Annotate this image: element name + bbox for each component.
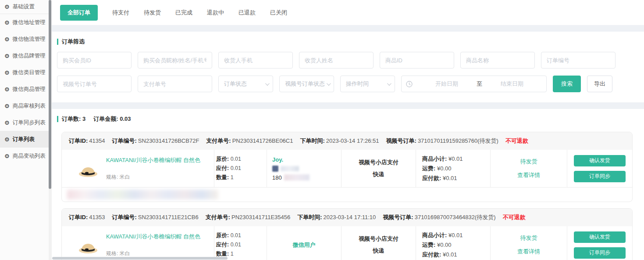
confirm-ship-button[interactable]: 确认发货	[574, 155, 626, 166]
filter-input[interactable]	[138, 52, 212, 69]
redacted-text	[281, 166, 299, 171]
order-sync-button[interactable]: 订单同步	[574, 247, 626, 259]
amount-payable-value: ¥0.01	[443, 175, 457, 181]
sidebar-item[interactable]: 基础设置	[0, 0, 52, 14]
sidebar-item[interactable]: 订单同步列表	[0, 114, 52, 131]
filter-input[interactable]	[57, 76, 132, 92]
gear-icon	[4, 153, 10, 159]
chevron-down-icon	[387, 81, 391, 86]
avatar	[272, 166, 278, 172]
status-badge: 待发货	[520, 158, 537, 166]
select-placeholder: 订单状态	[224, 80, 247, 88]
actions-column: 确认发货 订单同步	[567, 150, 632, 187]
tab[interactable]: 已完成	[175, 5, 192, 21]
channel-order-label: 视频号订单:	[383, 214, 413, 220]
filter-input[interactable]	[541, 52, 616, 69]
view-detail-link[interactable]: 查看详情	[517, 171, 540, 179]
gear-icon	[4, 70, 10, 76]
main-content: 全部订单 待支付 待发货 已完成 退款中 已退款 已关闭	[52, 0, 644, 260]
original-price-label: 原价:	[216, 156, 229, 162]
tab[interactable]: 待支付	[112, 5, 129, 21]
gear-icon	[4, 36, 10, 42]
view-detail-link[interactable]: 查看详情	[517, 248, 540, 256]
channel-order-value: 3710169870073464832(待发货)	[415, 214, 496, 220]
export-button[interactable]: 导出	[587, 76, 612, 92]
pay-sn-value: PN2303141726BE06C1	[232, 137, 293, 144]
customer-name: Joy.	[272, 156, 341, 163]
filter-input[interactable]	[57, 52, 132, 69]
order-time-label: 下单时间:	[300, 137, 324, 144]
filter-title-text: 订单筛选	[62, 38, 85, 46]
tab[interactable]: 全部订单	[60, 5, 98, 21]
status-column: 待发货 查看详情	[491, 150, 567, 187]
order-card: 订单ID:41353 订单编号:SN2303141711E21CB6 支付单号:…	[61, 208, 633, 260]
tab[interactable]: 退款中	[207, 5, 224, 21]
filter-select[interactable]: 视频号订单状态	[279, 76, 334, 92]
delivery-method: 快递	[373, 170, 384, 178]
order-header: 订单ID:41354 订单编号:SN2303141726BCB72F 支付单号:…	[62, 132, 632, 150]
date-end-placeholder[interactable]: 结束日期	[482, 80, 542, 88]
order-id-label: 订单ID:	[69, 137, 88, 144]
date-range-picker[interactable]: 开始日期 至 结束日期	[401, 76, 547, 92]
amounts-column: 商品小计: ¥0.01 运费: ¥0.00 应付款: ¥0.01	[416, 150, 491, 187]
product-spec: 规格: 米白	[106, 173, 200, 181]
no-refund-badge: 不可退款	[505, 137, 528, 145]
sidebar-item[interactable]: 微信物流管理	[0, 31, 52, 47]
order-body: KAWATANI/川谷小卷檐编织帽 自然色 规格: 米白 原价: 0.01 应付…	[62, 150, 632, 187]
filter-select[interactable]: 订单状态	[218, 76, 273, 92]
filter-input[interactable]	[380, 52, 454, 69]
amount-payable-value: ¥0.01	[443, 251, 457, 258]
customer-phone: 180	[272, 174, 341, 181]
amounts-column: 商品小计: ¥0.01 运费: ¥0.00 应付款: ¥0.01	[416, 226, 491, 260]
tab[interactable]: 待发货	[144, 5, 161, 21]
sidebar-scrollbar-thumb[interactable]	[49, 0, 51, 189]
product-name-link[interactable]: KAWATANI/川谷小卷檐编织帽 自然色	[106, 233, 200, 241]
gear-icon	[4, 137, 10, 142]
quantity-value: 1	[231, 251, 234, 257]
pay-sn-label: 支付单号:	[206, 137, 231, 144]
chevron-down-icon	[265, 81, 270, 86]
filter-input[interactable]	[218, 52, 293, 69]
select-placeholder: 视频号订单状态	[285, 80, 325, 88]
order-sync-button[interactable]: 订单同步	[574, 171, 626, 182]
subtotal-value: ¥0.01	[448, 232, 463, 238]
delivery-method: 快递	[373, 247, 384, 255]
product-name-link[interactable]: KAWATANI/川谷小卷檐编织帽 自然色	[106, 156, 200, 164]
date-start-placeholder[interactable]: 开始日期	[417, 80, 477, 88]
sidebar-item-label: 微信类目管理	[13, 69, 46, 76]
filter-input[interactable]	[460, 52, 535, 69]
original-price-value: 0.01	[231, 156, 241, 162]
customer-masked-nickname	[272, 166, 341, 172]
filter-input[interactable]	[138, 76, 212, 92]
filter-input[interactable]	[299, 52, 374, 69]
quantity-value: 1	[231, 174, 234, 181]
order-body: KAWATANI/川谷小卷檐编织帽 自然色 规格: 米白 原价: 0.01 应付…	[62, 226, 632, 260]
payable-price-label: 应付:	[216, 242, 229, 248]
address-row	[62, 187, 632, 202]
channel-order-value: 3710170119159285760(待发货)	[418, 137, 498, 144]
order-status-tabs: 全部订单 待支付 待发货 已完成 退款中 已退款 已关闭	[52, 0, 644, 25]
product-info: KAWATANI/川谷小卷檐编织帽 自然色 规格: 米白	[106, 231, 200, 258]
order-id-value: 41353	[89, 214, 105, 220]
order-cards: 订单ID:41354 订单编号:SN2303141726BCB72F 支付单号:…	[57, 132, 637, 260]
sidebar-item[interactable]: 微信商品管理	[0, 81, 52, 98]
actions-column: 确认发货 订单同步	[567, 226, 632, 260]
sidebar-item[interactable]: 商品变动列表	[0, 148, 52, 164]
tab[interactable]: 已关闭	[270, 5, 287, 21]
gear-icon	[4, 87, 10, 92]
sidebar-item-label: 微信物流管理	[13, 36, 46, 43]
sidebar-item[interactable]: 商品审核列表	[0, 98, 52, 114]
sidebar-item[interactable]: 订单列表	[0, 131, 52, 148]
gear-icon	[4, 103, 10, 109]
confirm-ship-button[interactable]: 确认发货	[574, 231, 626, 243]
amount-payable-label: 应付款:	[422, 251, 441, 258]
filter-select[interactable]: 操作时间	[340, 76, 395, 92]
sidebar-item[interactable]: 微信品牌管理	[0, 47, 52, 64]
orders-amount: 订单金额: 0.03	[93, 115, 131, 123]
tab-label: 已关闭	[270, 9, 287, 16]
sidebar-item[interactable]: 微信地址管理	[0, 14, 52, 31]
search-button[interactable]: 搜索	[553, 76, 581, 92]
sidebar-item[interactable]: 微信类目管理	[0, 64, 52, 81]
horizontal-scrollbar-thumb[interactable]	[52, 257, 228, 260]
tab[interactable]: 已退款	[238, 5, 256, 21]
